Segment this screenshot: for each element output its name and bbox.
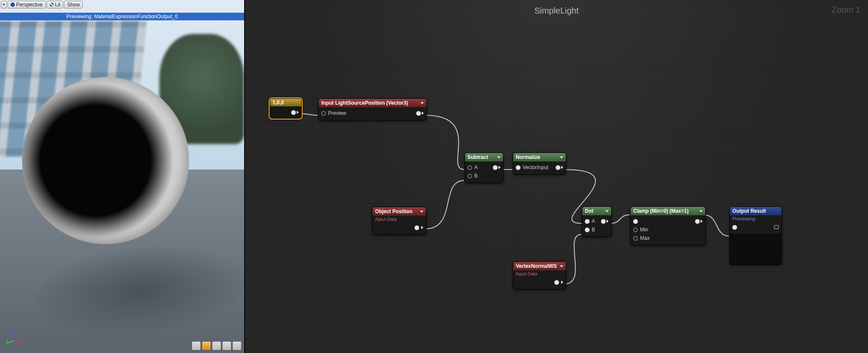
node-title: Clamp (Min=0) (Max=1) [633,208,689,214]
input-pin-a[interactable] [585,219,590,224]
output-pin[interactable] [601,219,606,224]
pin-arrow-icon [421,226,423,229]
node-clamp[interactable]: Clamp (Min=0) (Max=1) Min [630,206,706,245]
pin-label-min: Min [640,227,648,233]
output-pin[interactable] [556,165,560,170]
input-pin-a[interactable] [467,165,472,170]
node-title: VertexNormalWS [516,263,557,269]
node-normalize[interactable]: Normalize VectorInput [513,153,566,175]
pin-label-b: B [592,227,595,233]
input-pin-min[interactable] [633,228,638,232]
input-pin[interactable] [732,225,737,230]
graph-title: SimpleLight [534,6,579,16]
viewport-scene[interactable] [0,0,244,353]
shape-cylinder-button[interactable] [192,341,201,350]
axis-y-label: y [6,339,8,343]
perspective-icon [11,3,15,7]
node-title: Input LightSourcePosition (Vector3) [321,100,408,106]
show-label: Show [67,2,80,8]
output-pin[interactable] [415,225,419,230]
graph-edges [245,0,868,353]
node-output-result[interactable]: Output Result Previewing [729,206,782,265]
input-pin[interactable] [516,165,520,170]
output-pin[interactable] [416,111,421,116]
node-title: Output Result [732,208,766,214]
pin-arrow-icon [606,220,609,223]
node-title: Normalize [516,154,540,160]
chevron-down-icon [420,211,423,213]
chevron-down-icon [560,265,563,267]
zoom-label: Zoom 1 [832,5,860,15]
lit-label: Lit [55,2,61,8]
preview-toggle[interactable] [774,225,779,229]
node-constant-label: 1,0,0 [273,100,284,106]
pin-label-b: B [474,173,478,179]
node-subtitle: Input Data [513,270,566,276]
chevron-down-icon [560,156,563,158]
input-pin[interactable] [321,111,326,116]
node-dot[interactable]: Dot A B [582,206,612,237]
viewport-shape-bar [192,341,242,350]
input-pin-max[interactable] [633,236,638,241]
output-pin[interactable] [291,110,296,115]
pin-label: Preview [328,110,346,116]
node-object-position[interactable]: Object Position Input Data [372,207,426,235]
output-pin[interactable] [695,219,700,224]
material-graph[interactable]: SimpleLight Zoom 1 1,0,0 [245,0,868,353]
node-subtract[interactable]: Subtract A B [465,153,504,183]
viewport-toolbar: Perspective Lit Show [1,1,83,8]
preview-banner: Previewing: MaterialExpressionFunctionOu… [0,13,244,20]
shape-teapot-button[interactable] [232,341,242,350]
node-title: Object Position [375,208,412,214]
axis-z-label: z [12,328,14,332]
viewport-panel[interactable]: Perspective Lit Show Previewing: Materia… [0,0,245,353]
node-title: Dot [585,208,593,214]
output-pin[interactable] [493,165,498,170]
axis-x-label: x [19,339,22,343]
chevron-down-icon [605,210,609,212]
output-pin[interactable] [554,280,559,285]
pin-label-a: A [474,164,478,170]
input-pin-main[interactable] [633,219,638,224]
chevron-down-icon [699,210,703,212]
shape-cube-button[interactable] [222,341,231,350]
pin-arrow-icon [561,166,563,169]
preview-sphere [22,77,189,244]
input-pin-b[interactable] [585,228,590,232]
shape-sphere-button[interactable] [202,341,211,350]
perspective-button[interactable]: Perspective [8,1,46,8]
node-title: Subtract [467,154,488,160]
pin-arrow-icon [561,281,563,284]
node-input-lightsourceposition[interactable]: Input LightSourcePosition (Vector3) Prev… [318,98,427,120]
pin-arrow-icon [701,220,703,223]
lit-button[interactable]: Lit [47,1,64,8]
input-pin-b[interactable] [467,174,472,178]
axis-gizmo: z x y [7,329,24,346]
pin-arrow-icon [422,111,424,115]
shape-plane-button[interactable] [212,341,221,350]
chevron-down-icon [420,102,424,104]
viewport-menu-button[interactable] [1,1,7,8]
node-preview-thumbnail [730,234,782,264]
node-constant-100[interactable]: 1,0,0 [270,98,302,119]
pin-arrow-icon [297,111,299,114]
node-subtitle: Input Data [373,216,426,222]
show-button[interactable]: Show [64,1,83,8]
pin-arrow-icon [498,166,501,169]
node-subtitle: Previewing [730,215,782,221]
chevron-down-icon [497,156,501,158]
pin-label: VectorInput [523,164,548,170]
perspective-label: Perspective [16,2,43,8]
node-vertexnormalws[interactable]: VertexNormalWS Input Data [513,261,566,289]
pin-label-a: A [592,218,595,224]
lit-icon [50,3,54,7]
pin-label-max: Max [640,235,650,241]
